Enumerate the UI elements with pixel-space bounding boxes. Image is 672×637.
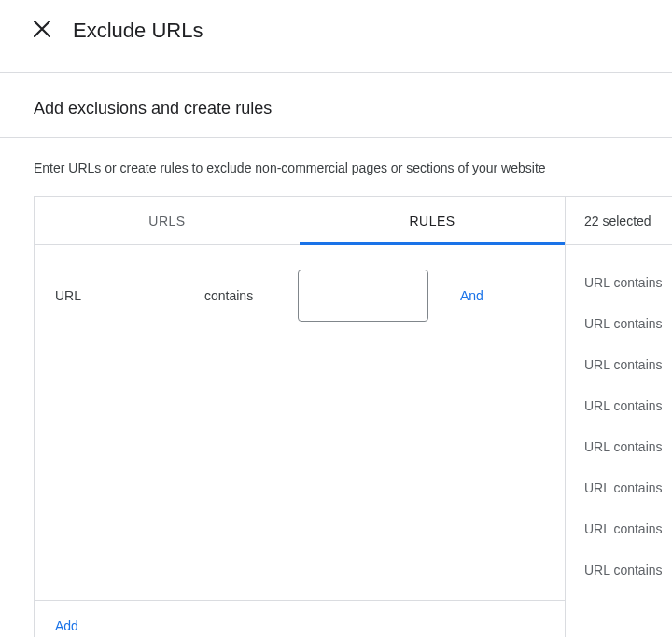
close-button[interactable]: [30, 17, 54, 44]
list-item[interactable]: URL contains: [566, 467, 672, 508]
rule-value-input[interactable]: [298, 270, 428, 322]
tabs: URLS RULES: [35, 197, 565, 245]
content: Add exclusions and create rules Enter UR…: [0, 73, 672, 637]
rule-operator-label: contains: [204, 288, 298, 303]
dialog-title: Exclude URLs: [73, 19, 203, 43]
instruction-text: Enter URLs or create rules to exclude no…: [34, 138, 672, 196]
tab-rules[interactable]: RULES: [300, 197, 565, 245]
rule-row: URL contains And: [55, 270, 544, 322]
list-item[interactable]: URL contains: [566, 508, 672, 549]
list-item[interactable]: URL contains: [566, 344, 672, 385]
tab-urls[interactable]: URLS: [35, 197, 300, 245]
close-icon: [34, 21, 50, 40]
main-row: URLS RULES URL contains And Add 22 selec…: [34, 196, 672, 637]
section-heading: Add exclusions and create rules: [34, 99, 672, 137]
list-item[interactable]: URL contains: [566, 303, 672, 344]
list-item[interactable]: URL contains: [566, 262, 672, 303]
add-button[interactable]: Add: [55, 618, 78, 633]
rule-builder: URL contains And: [35, 245, 565, 600]
rules-panel: URLS RULES URL contains And Add: [34, 196, 566, 637]
rule-field-label: URL: [55, 288, 204, 303]
list-item[interactable]: URL contains: [566, 426, 672, 467]
dialog-header: Exclude URLs: [0, 0, 672, 72]
panel-footer: Add: [35, 600, 565, 637]
selected-count: 22 selected: [566, 197, 672, 245]
selected-panel: 22 selected URL contains URL contains UR…: [566, 196, 672, 637]
list-item[interactable]: URL contains: [566, 385, 672, 426]
rule-and-button[interactable]: And: [460, 288, 483, 303]
selected-list: URL contains URL contains URL contains U…: [566, 245, 672, 590]
list-item[interactable]: URL contains: [566, 549, 672, 590]
